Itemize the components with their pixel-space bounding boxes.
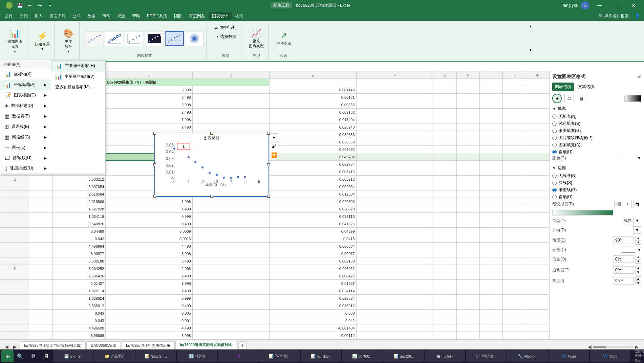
direction-dropdown-button[interactable]: ▼ bbox=[633, 226, 641, 234]
menu-team[interactable]: 团队 bbox=[171, 12, 186, 20]
switch-row-col-button[interactable]: ⇄ 切换行/列 bbox=[212, 24, 238, 31]
border-option-gradient[interactable]: 渐变线(G) bbox=[552, 187, 641, 193]
cell-F1[interactable] bbox=[356, 79, 433, 86]
taskbar-efi[interactable]: 💾 EFI (G:) bbox=[53, 350, 93, 362]
chart-styles-scroll-up[interactable]: ▲ bbox=[529, 24, 532, 28]
panel-close-icon[interactable]: ✕ bbox=[637, 74, 641, 80]
gradient-preset-button[interactable] bbox=[614, 200, 622, 208]
gradient-add-stop-button[interactable]: + bbox=[624, 200, 632, 208]
save-icon[interactable]: 💾 bbox=[15, 1, 24, 10]
move-chart-button[interactable]: ↗ 移动图表 bbox=[274, 29, 293, 47]
menu-formula[interactable]: 公式 bbox=[69, 12, 84, 20]
menu-view[interactable]: 视图 bbox=[114, 12, 129, 20]
axis-menu-item-6[interactable]: ▦ 网格线(G) ▶ bbox=[0, 132, 51, 142]
taskbar-dac128[interactable]: 📊 dac128... bbox=[383, 350, 424, 362]
cell-E1[interactable] bbox=[270, 79, 356, 86]
axis-menu-item-9[interactable]: ▯ 张/跌柱线(U) ▶ bbox=[0, 163, 51, 174]
taskbar-76930[interactable]: 📊 76930测... bbox=[259, 350, 300, 362]
fill-option-picture[interactable]: 图片或纹理填充(P) bbox=[552, 135, 641, 141]
customize-icon[interactable]: ▼ bbox=[45, 1, 55, 10]
fill-option-none[interactable]: 无填充(N) bbox=[552, 114, 641, 119]
task-view-button[interactable]: ⧉ bbox=[27, 350, 39, 362]
sheet-prev-button[interactable]: ◀ bbox=[3, 344, 10, 349]
change-chart-type-button[interactable]: 📈 更改图表类型 bbox=[247, 27, 266, 50]
position-up-button[interactable]: ▲ bbox=[635, 255, 641, 259]
desktop-button[interactable]: 🖥 bbox=[40, 350, 52, 362]
fill-color-swatch[interactable] bbox=[622, 155, 635, 161]
border-section-title[interactable]: ▼ 边框 bbox=[552, 165, 641, 171]
sheet-tab-1[interactable]: DAC80501输出 bbox=[86, 341, 121, 349]
border-option-none[interactable]: 无线条(N) bbox=[552, 173, 641, 179]
taskbar-bq7692[interactable]: 📊 bq7692... bbox=[342, 350, 383, 362]
taskbar-360[interactable]: 🛡 360安全... bbox=[466, 350, 507, 362]
axis-menu-item-7[interactable]: ▭ 图例(L) ▶ bbox=[0, 142, 51, 153]
menu-help[interactable]: 帮助 bbox=[129, 12, 144, 20]
chart-style-1[interactable] bbox=[85, 31, 104, 46]
col-header-J[interactable]: J bbox=[503, 71, 526, 79]
close-button[interactable]: ✕ bbox=[626, 0, 641, 11]
brightness-up-button[interactable]: ▲ bbox=[635, 276, 641, 281]
menu-insert[interactable]: 插入 bbox=[31, 12, 46, 20]
chart-style-6[interactable] bbox=[185, 31, 204, 46]
taskbar-bqchip[interactable]: 📊 bq_chip... bbox=[301, 350, 341, 362]
border-option-auto[interactable]: 自动(U) bbox=[552, 194, 641, 200]
gradient-remove-stop-button[interactable]: 🗑 bbox=[633, 200, 641, 208]
menu-data[interactable]: 数据 bbox=[84, 12, 99, 20]
chart-handle-tl[interactable] bbox=[153, 132, 156, 135]
chart-selected-cell[interactable]: 1 bbox=[177, 143, 190, 150]
brightness-input[interactable] bbox=[614, 277, 634, 285]
taskbar-onenote[interactable]: N bbox=[218, 350, 259, 362]
chart-handle-mr[interactable] bbox=[267, 163, 270, 166]
chart-handle-bm[interactable] bbox=[210, 195, 213, 198]
chart-style-4[interactable] bbox=[145, 31, 164, 46]
add-chart-element-button[interactable]: 📊 添加图表元素 ▼ bbox=[5, 27, 24, 54]
panel-tab-chart-options[interactable]: 图表选项 bbox=[552, 83, 574, 91]
sheet-scroll-bar[interactable] bbox=[593, 346, 634, 348]
sheet-scroll-right-button[interactable]: ▶ bbox=[635, 344, 639, 349]
axis-submenu-item-0[interactable]: 📊 主要横坐标轴(H) bbox=[51, 60, 105, 71]
panel-tab-text-options[interactable]: 文本选项 bbox=[575, 83, 597, 91]
sheet-tab-0[interactable]: bq76920电压实测与采集值对比 (2) bbox=[20, 341, 86, 349]
axis-menu-item-8[interactable]: 🗠 折/散线(U) ▶ bbox=[0, 153, 51, 163]
change-color-button[interactable]: 🎨 更改颜色 ▼ bbox=[60, 27, 77, 54]
axis-menu-item-3[interactable]: ◈ 数据标志(D) ▶ bbox=[0, 100, 51, 111]
taskbar-word-2[interactable]: W Word bbox=[590, 350, 630, 362]
type-dropdown-button[interactable]: ▼ bbox=[633, 217, 641, 224]
chart-style-brush-button[interactable]: 🖌 bbox=[270, 142, 278, 150]
user-avatar[interactable]: fy bbox=[581, 1, 589, 9]
chart-container[interactable]: + 🖌 🔽 图表标题 1 bbox=[154, 133, 269, 197]
chart-style-2[interactable] bbox=[105, 31, 124, 46]
transparency-input[interactable] bbox=[614, 266, 634, 274]
border-color-swatch[interactable] bbox=[622, 247, 635, 253]
brightness-down-button[interactable]: ▼ bbox=[635, 281, 641, 285]
cell-C1[interactable]: bq76920采集值（V）- 实测值 bbox=[106, 79, 270, 86]
col-header-K[interactable]: K bbox=[526, 71, 549, 79]
fill-option-solid[interactable]: 纯色填充(S) bbox=[552, 121, 641, 127]
user-account[interactable]: 👤 bbox=[632, 14, 643, 18]
axis-menu-item-4[interactable]: ▦ 数据表(B) ▶ bbox=[0, 111, 51, 121]
taskbar-calculator[interactable]: 🔢 计算器 bbox=[177, 350, 217, 362]
chart-styles-scroll-down[interactable]: ▼ bbox=[529, 48, 532, 52]
sheet-tab-2[interactable]: bq76920电压初步测试记录 bbox=[122, 341, 175, 349]
taskbar-notepad[interactable]: 📝 *new 2 - ... bbox=[135, 350, 176, 362]
sheet-scroll-left-button[interactable]: ◀ bbox=[588, 344, 592, 349]
cell-J1[interactable] bbox=[503, 79, 526, 86]
start-button[interactable]: ⊞ bbox=[1, 350, 14, 362]
menu-search[interactable]: 🔍 操作说明搜索 bbox=[595, 12, 632, 20]
chart-handle-tm[interactable] bbox=[210, 132, 213, 135]
position-input[interactable] bbox=[614, 255, 634, 263]
border-option-solid[interactable]: 实线(S) bbox=[552, 180, 641, 186]
sheet-scroll-thumb[interactable] bbox=[593, 346, 606, 348]
axis-submenu-item-2[interactable]: 更多轴标题选项(M)... bbox=[51, 82, 105, 92]
undo-icon[interactable]: ↩ bbox=[25, 1, 35, 10]
taskbar-word-1[interactable]: W Word bbox=[549, 350, 589, 362]
axis-menu-item-0[interactable]: 📊 坐标轴(X) bbox=[0, 69, 51, 80]
sheet-tab-3[interactable]: bq76920电压实测与采集值对比 bbox=[175, 341, 236, 349]
cell-H1[interactable] bbox=[456, 79, 479, 86]
menu-home[interactable]: 开始 bbox=[16, 12, 31, 20]
transparency-down-button[interactable]: ▼ bbox=[635, 270, 641, 274]
chart-handle-br[interactable] bbox=[267, 195, 270, 198]
gradient-bar[interactable] bbox=[552, 210, 613, 215]
menu-pagelayout[interactable]: 页面布局 bbox=[46, 12, 69, 20]
border-color-dropdown[interactable]: ▼ bbox=[637, 247, 641, 252]
